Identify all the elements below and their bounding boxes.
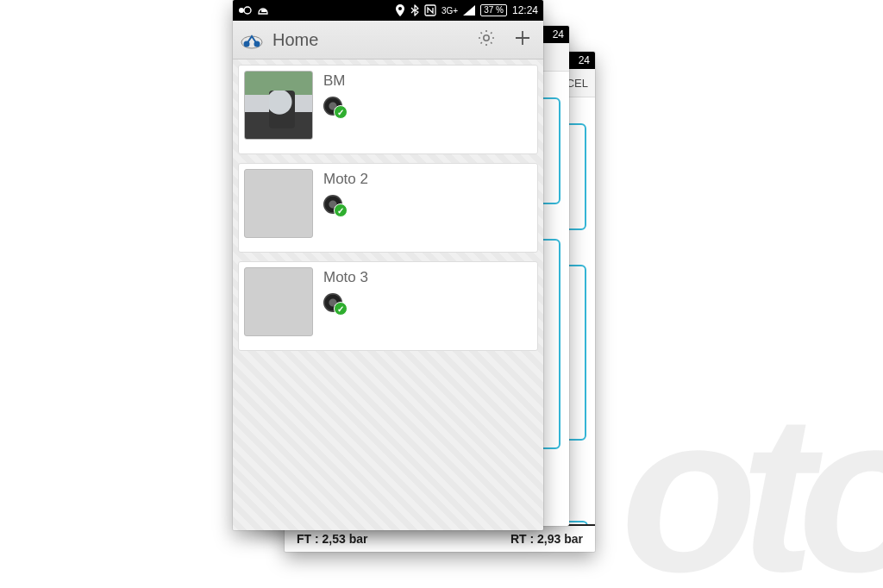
svg-point-0 [239,8,244,13]
app-title-bar: Home [233,21,543,59]
svg-point-3 [398,7,402,10]
vehicle-name: BM [323,72,346,90]
svg-point-8 [484,35,489,41]
signal-icon [463,5,475,16]
add-button[interactable] [509,26,536,53]
clock: 12:24 [512,4,538,16]
plus-icon [512,28,533,52]
location-icon [395,4,405,16]
android-status-bar: 3G+ 37 % 12:24 [233,0,543,21]
svg-rect-2 [261,9,266,12]
front-tire-pressure: FT : 2,53 bar [297,532,367,546]
page-title: Home [272,30,464,50]
brand-watermark: oto [621,365,883,588]
vehicle-card[interactable]: Moto 2 ✓ [238,163,538,253]
settings-button[interactable] [473,26,500,53]
helmet-icon [257,4,269,16]
battery-indicator: 37 % [480,4,507,16]
network-type-label: 3G+ [442,6,458,16]
tire-status-ok-icon: ✓ [323,193,346,216]
vehicle-name: Moto 2 [323,171,368,188]
app-notification-icon [238,4,252,16]
rear-tire-pressure: RT : 2,93 bar [510,532,583,546]
screenshot-stack: 24 CEL FT : 2,53 bar RT : 2,93 bar 24 [233,0,647,586]
app-logo-icon [240,30,264,49]
bluetooth-icon [410,4,419,16]
tire-status-ok-icon: ✓ [323,95,346,117]
nfc-icon [424,4,436,16]
vehicle-card[interactable]: Moto 3 ✓ [238,261,538,351]
svg-point-1 [244,7,251,14]
vehicle-thumbnail-placeholder [244,169,313,238]
vehicle-thumbnail-placeholder [244,267,313,336]
vehicle-thumbnail [244,71,313,140]
gear-icon [476,28,497,52]
vehicle-card[interactable]: BM ✓ [238,65,538,154]
vehicle-list[interactable]: BM ✓ Moto 2 ✓ Moto 3 ✓ [233,59,543,530]
foreground-screen: 3G+ 37 % 12:24 Home [233,0,543,530]
vehicle-name: Moto 3 [323,269,368,286]
tire-status-ok-icon: ✓ [323,291,346,314]
